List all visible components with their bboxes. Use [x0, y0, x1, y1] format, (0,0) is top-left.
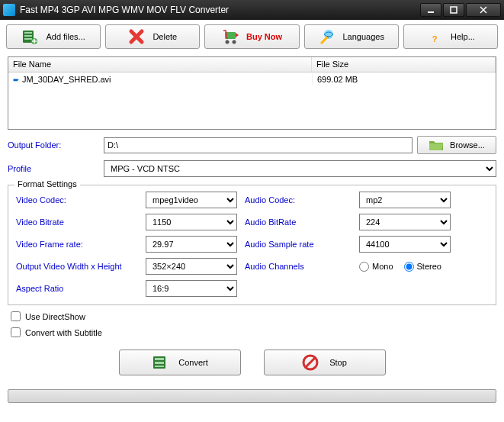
svg-rect-18	[155, 362, 164, 364]
audio-sample-select[interactable]: 44100	[359, 236, 451, 253]
video-size-label: Output Video Width x Height	[16, 262, 146, 271]
pen-globe-icon	[318, 28, 335, 45]
add-files-label: Add files...	[46, 32, 85, 41]
window-title: Fast MP4 3GP AVI MPG WMV MOV FLV Convert…	[20, 5, 419, 15]
svg-point-12	[225, 40, 229, 44]
help-label: Help...	[451, 32, 475, 41]
aspect-ratio-select[interactable]: 16:9	[146, 280, 237, 297]
mono-radio[interactable]	[359, 262, 369, 272]
delete-label: Delete	[152, 32, 177, 41]
subtitle-checkbox[interactable]	[11, 327, 21, 337]
subtitle-label[interactable]: Convert with Subtitle	[25, 328, 102, 337]
stereo-radio[interactable]	[404, 262, 414, 272]
stop-label: Stop	[329, 358, 347, 367]
svg-rect-1	[451, 7, 457, 13]
main-toolbar: Add files... Delete Buy Now Languages ? …	[0, 20, 504, 53]
buy-now-button[interactable]: Buy Now	[204, 24, 299, 49]
audio-codec-select[interactable]: mp2	[359, 192, 451, 208]
svg-line-21	[306, 358, 315, 367]
delete-x-icon	[128, 28, 145, 45]
svg-point-13	[232, 40, 236, 44]
delete-button[interactable]: Delete	[105, 24, 200, 49]
format-settings-legend: Format Settings	[14, 179, 80, 188]
stop-icon	[302, 354, 319, 371]
svg-rect-7	[24, 38, 32, 40]
browse-label: Browse...	[450, 140, 485, 150]
help-icon: ?	[426, 28, 443, 45]
buy-now-label: Buy Now	[246, 32, 282, 41]
column-filename[interactable]: File Name	[8, 57, 312, 72]
video-fps-label: Video Frame rate:	[16, 240, 146, 249]
svg-rect-5	[24, 32, 32, 34]
audio-bitrate-select[interactable]: 224	[359, 214, 451, 230]
file-name-cell: JM_30DAY_SHRED.avi	[22, 75, 111, 84]
video-bitrate-label: Video Bitrate	[16, 217, 146, 227]
audio-codec-label: Audio Codec:	[245, 195, 359, 205]
file-list-header: File Name File Size	[8, 57, 496, 72]
titlebar: Fast MP4 3GP AVI MPG WMV MOV FLV Convert…	[0, 0, 504, 20]
file-list-table[interactable]: File Name File Size ➨ JM_30DAY_SHRED.avi…	[8, 56, 496, 130]
aspect-ratio-label: Aspect Ratio	[16, 284, 146, 293]
help-button[interactable]: ? Help...	[403, 24, 498, 49]
svg-rect-19	[155, 366, 164, 367]
app-icon	[3, 4, 15, 16]
table-row[interactable]: ➨ JM_30DAY_SHRED.avi 699.02 MB	[8, 72, 496, 86]
video-codec-label: Video Codec:	[16, 195, 146, 205]
film-add-icon	[21, 28, 38, 45]
directshow-label[interactable]: Use DirectShow	[25, 312, 85, 321]
output-folder-label: Output Folder:	[8, 140, 99, 150]
film-convert-icon	[151, 354, 168, 371]
file-size-cell: 699.02 MB	[312, 74, 496, 85]
minimize-button[interactable]	[420, 3, 441, 17]
cart-icon	[222, 28, 239, 45]
video-size-select[interactable]: 352×240	[146, 258, 237, 275]
video-codec-select[interactable]: mpeg1video	[146, 192, 237, 208]
output-folder-input[interactable]	[104, 137, 413, 153]
stereo-radio-label[interactable]: Stereo	[404, 262, 441, 272]
languages-button[interactable]: Languages	[304, 24, 399, 49]
mono-radio-label[interactable]: Mono	[359, 262, 393, 272]
video-bitrate-select[interactable]: 1150	[146, 214, 237, 230]
column-filesize[interactable]: File Size	[312, 57, 496, 72]
folder-icon	[429, 139, 444, 151]
convert-label: Convert	[178, 358, 208, 367]
add-files-button[interactable]: Add files...	[6, 24, 101, 49]
video-fps-select[interactable]: 29.97	[146, 236, 237, 253]
audio-bitrate-label: Audio BitRate	[245, 217, 359, 227]
svg-rect-17	[155, 358, 164, 360]
profile-label: Profile	[8, 164, 99, 173]
audio-channels-label: Audio Channels	[245, 262, 359, 271]
languages-label: Languages	[342, 32, 384, 41]
browse-button[interactable]: Browse...	[417, 136, 496, 154]
svg-rect-6	[24, 35, 32, 37]
profile-select[interactable]: MPG - VCD NTSC	[104, 160, 496, 177]
close-button[interactable]	[466, 3, 501, 17]
convert-button[interactable]: Convert	[119, 350, 241, 375]
progress-bar	[8, 389, 496, 403]
format-settings-group: Format Settings Video Codec: mpeg1video …	[8, 185, 496, 305]
file-arrow-icon: ➨	[13, 76, 19, 84]
audio-sample-label: Audio Sample rate	[245, 240, 359, 249]
svg-point-14	[324, 30, 333, 39]
directshow-checkbox[interactable]	[11, 311, 21, 321]
maximize-button[interactable]	[443, 3, 464, 17]
svg-text:?: ?	[432, 34, 438, 43]
stop-button[interactable]: Stop	[264, 350, 386, 375]
